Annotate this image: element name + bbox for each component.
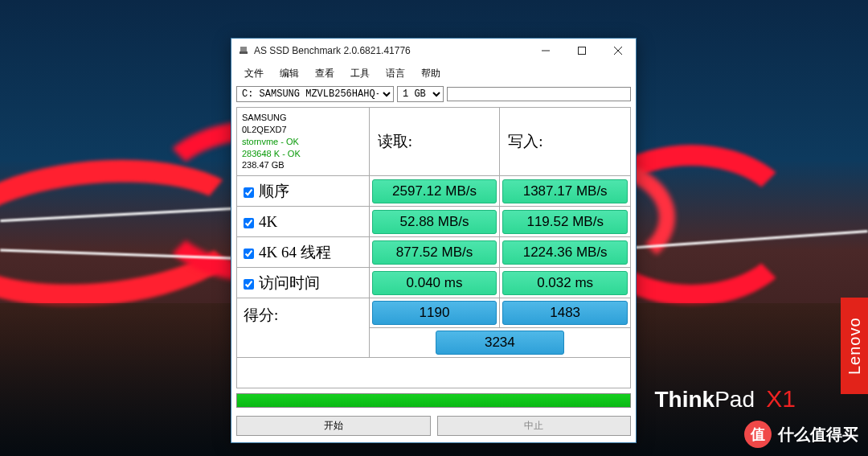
window-title: AS SSD Benchmark 2.0.6821.41776 bbox=[254, 45, 527, 56]
menu-language[interactable]: 语言 bbox=[378, 64, 413, 83]
score-write: 1483 bbox=[502, 301, 628, 325]
menubar: 文件 编辑 查看 工具 语言 帮助 bbox=[231, 63, 636, 84]
access-read: 0.040 ms bbox=[372, 271, 497, 295]
4k64-label: 4K 64 线程 bbox=[259, 244, 331, 261]
row-4k64: 4K 64 线程 877.52 MB/s 1224.36 MB/s bbox=[237, 237, 631, 268]
drive-info: SAMSUNG 0L2QEXD7 stornvme - OK 283648 K … bbox=[237, 108, 370, 176]
filter-input[interactable] bbox=[447, 87, 631, 101]
4k-checkbox[interactable] bbox=[244, 218, 254, 228]
stop-button[interactable]: 中止 bbox=[437, 416, 632, 436]
4k64-read: 877.52 MB/s bbox=[372, 240, 497, 265]
svg-rect-0 bbox=[240, 51, 248, 54]
access-write: 0.032 ms bbox=[502, 271, 628, 295]
menu-file[interactable]: 文件 bbox=[236, 64, 272, 83]
app-window: AS SSD Benchmark 2.0.6821.41776 文件 编辑 查看… bbox=[231, 38, 637, 443]
drive-select[interactable]: C: SAMSUNG MZVLB256HAHQ-000L7 bbox=[236, 86, 394, 102]
row-access: 访问时间 0.040 ms 0.032 ms bbox=[237, 268, 631, 298]
svg-rect-1 bbox=[240, 47, 247, 51]
svg-rect-3 bbox=[578, 47, 585, 55]
4k-read: 52.88 MB/s bbox=[372, 210, 497, 234]
menu-view[interactable]: 查看 bbox=[307, 64, 342, 83]
size-select[interactable]: 1 GB bbox=[397, 86, 444, 102]
close-button[interactable] bbox=[600, 39, 636, 63]
access-checkbox[interactable] bbox=[244, 279, 254, 290]
titlebar[interactable]: AS SSD Benchmark 2.0.6821.41776 bbox=[231, 39, 636, 63]
toolbar: C: SAMSUNG MZVLB256HAHQ-000L7 1 GB bbox=[231, 84, 636, 107]
thinkpad-logo: ThinkPad X1 bbox=[654, 385, 796, 413]
header-read: 读取: bbox=[369, 108, 500, 176]
row-seq: 顺序 2597.12 MB/s 1387.17 MB/s bbox=[237, 176, 631, 207]
4k-label: 4K bbox=[259, 213, 277, 230]
seq-write: 1387.17 MB/s bbox=[502, 179, 628, 203]
4k64-checkbox[interactable] bbox=[244, 249, 254, 259]
seq-label: 顺序 bbox=[259, 183, 289, 199]
lenovo-logo: Lenovo bbox=[841, 298, 868, 394]
menu-tools[interactable]: 工具 bbox=[342, 64, 378, 83]
row-4k: 4K 52.88 MB/s 119.52 MB/s bbox=[237, 207, 631, 237]
minimize-button[interactable] bbox=[527, 39, 563, 63]
smzdm-watermark: 值 什么值得买 bbox=[744, 421, 858, 448]
seq-checkbox[interactable] bbox=[244, 187, 254, 198]
maximize-button[interactable] bbox=[563, 39, 600, 63]
4k-write: 119.52 MB/s bbox=[502, 210, 628, 234]
header-write: 写入: bbox=[500, 108, 631, 176]
menu-edit[interactable]: 编辑 bbox=[272, 64, 307, 83]
start-button[interactable]: 开始 bbox=[236, 416, 431, 436]
access-label: 访问时间 bbox=[259, 274, 320, 291]
4k64-write: 1224.36 MB/s bbox=[502, 240, 628, 265]
score-label: 得分: bbox=[237, 298, 370, 358]
app-icon bbox=[238, 44, 249, 58]
menu-help[interactable]: 帮助 bbox=[413, 64, 448, 83]
seq-read: 2597.12 MB/s bbox=[372, 179, 497, 203]
smzdm-badge-icon: 值 bbox=[744, 421, 772, 448]
score-read: 1190 bbox=[372, 301, 497, 325]
progress-bar bbox=[236, 393, 631, 408]
results-table: SAMSUNG 0L2QEXD7 stornvme - OK 283648 K … bbox=[236, 107, 631, 388]
row-score: 得分: 1190 1483 bbox=[237, 298, 631, 328]
score-total: 3234 bbox=[436, 331, 564, 355]
